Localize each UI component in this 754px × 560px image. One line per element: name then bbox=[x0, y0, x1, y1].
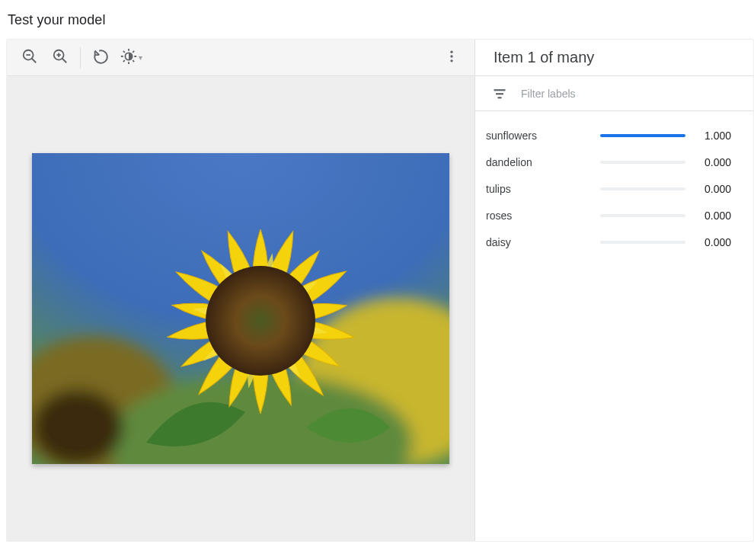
prediction-label: tulips bbox=[486, 183, 600, 195]
svg-line-15 bbox=[133, 50, 134, 52]
svg-point-18 bbox=[450, 59, 452, 62]
filter-labels-input[interactable] bbox=[519, 87, 738, 101]
svg-line-4 bbox=[62, 58, 67, 62]
image-toolbar: ▾ bbox=[7, 40, 474, 76]
results-header: Item 1 of many bbox=[475, 40, 753, 76]
model-test-panel: ▾ bbox=[6, 39, 754, 542]
image-viewport[interactable] bbox=[7, 76, 474, 541]
svg-line-13 bbox=[133, 60, 134, 62]
predictions-pane: Item 1 of many sunflowers1.000dandelion0… bbox=[475, 40, 753, 541]
prediction-label: sunflowers bbox=[486, 130, 600, 142]
prediction-row: dandelion0.000 bbox=[486, 149, 743, 175]
prediction-label: roses bbox=[486, 210, 600, 222]
prediction-row: tulips0.000 bbox=[486, 175, 743, 202]
prediction-bar bbox=[600, 241, 685, 244]
prediction-score: 0.000 bbox=[696, 236, 731, 248]
brightness-icon bbox=[120, 48, 137, 68]
zoom-in-button[interactable] bbox=[45, 43, 75, 73]
prediction-bar bbox=[600, 134, 685, 137]
prediction-bar bbox=[600, 214, 685, 217]
prediction-score: 0.000 bbox=[696, 210, 731, 222]
image-viewer-pane: ▾ bbox=[7, 40, 475, 541]
filter-row bbox=[475, 76, 753, 111]
prediction-label: dandelion bbox=[486, 156, 600, 168]
caret-down-icon: ▾ bbox=[139, 53, 142, 62]
prediction-score: 0.000 bbox=[696, 156, 731, 168]
zoom-in-icon bbox=[52, 48, 69, 68]
rotate-icon bbox=[92, 48, 109, 68]
prediction-bar-fill bbox=[600, 134, 685, 137]
test-image bbox=[32, 153, 449, 464]
prediction-bar bbox=[600, 161, 685, 164]
prediction-row: roses0.000 bbox=[486, 202, 743, 229]
more-vert-icon bbox=[444, 49, 459, 67]
brightness-button[interactable]: ▾ bbox=[116, 43, 146, 73]
toolbar-separator bbox=[80, 47, 81, 69]
svg-line-12 bbox=[123, 50, 124, 52]
page-title: Test your model bbox=[0, 0, 754, 39]
prediction-row: daisy0.000 bbox=[486, 229, 743, 255]
svg-point-16 bbox=[450, 51, 452, 53]
more-menu-button[interactable] bbox=[436, 43, 467, 73]
svg-rect-26 bbox=[496, 93, 503, 94]
rotate-button[interactable] bbox=[85, 43, 116, 73]
svg-point-24 bbox=[206, 266, 315, 376]
zoom-out-icon bbox=[21, 48, 38, 68]
prediction-score: 1.000 bbox=[696, 130, 731, 142]
zoom-out-button[interactable] bbox=[14, 43, 45, 73]
predictions-list: sunflowers1.000dandelion0.000tulips0.000… bbox=[475, 111, 753, 255]
prediction-score: 0.000 bbox=[696, 183, 731, 195]
svg-rect-25 bbox=[494, 89, 506, 91]
svg-point-23 bbox=[32, 389, 123, 464]
svg-point-17 bbox=[450, 55, 452, 57]
prediction-bar bbox=[600, 187, 685, 190]
svg-rect-27 bbox=[498, 97, 502, 98]
svg-line-1 bbox=[32, 58, 37, 62]
prediction-row: sunflowers1.000 bbox=[486, 122, 743, 149]
prediction-label: daisy bbox=[486, 236, 600, 248]
filter-icon bbox=[490, 85, 509, 103]
svg-line-14 bbox=[123, 60, 124, 62]
